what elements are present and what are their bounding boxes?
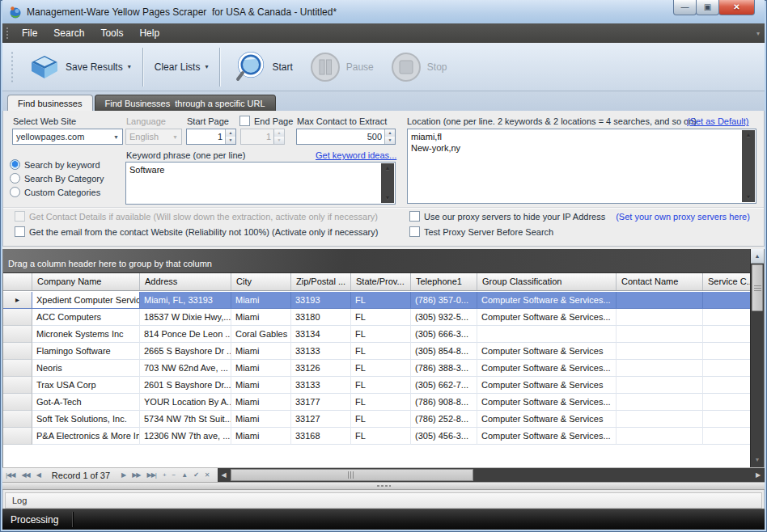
cell-zip[interactable]: 33134 (291, 326, 351, 343)
cell-company-name[interactable]: Flamingo Software (32, 343, 140, 360)
cell-address[interactable]: YOUR Location By A... (140, 394, 231, 411)
spin-up-icon[interactable]: ▲ (385, 129, 395, 137)
cell-service[interactable] (703, 343, 750, 360)
scroll-down-icon[interactable]: ▼ (742, 192, 755, 202)
cell-group[interactable]: Computer Software & Services... (477, 394, 617, 411)
cell-state[interactable]: FL (351, 343, 411, 360)
scrollbar-thumb[interactable] (231, 469, 473, 481)
cell-state[interactable]: FL (351, 309, 411, 326)
start-page-stepper[interactable]: 1 ▲▼ (186, 129, 236, 145)
radio-icon[interactable] (10, 187, 20, 197)
start-button[interactable]: Start (223, 46, 300, 88)
column-header-zip[interactable]: Zip/Postal ... (291, 273, 351, 290)
cell-telephone[interactable]: (786) 357-0... (411, 292, 477, 309)
scroll-up-icon[interactable]: ▲ (751, 249, 764, 264)
location-textarea[interactable]: miami,fl New-york,ny ▲▼ (407, 129, 756, 204)
column-header-state[interactable]: State/Prov... (351, 273, 411, 290)
cell-zip[interactable]: 33193 (291, 292, 351, 309)
cell-service[interactable] (703, 411, 750, 428)
table-row[interactable]: Trax USA Corp 2601 S Bayshore Dr... Miam… (3, 377, 750, 394)
scrollbar-thumb[interactable] (752, 264, 763, 311)
cell-address[interactable]: 2665 S Bayshore Dr ... (140, 343, 231, 360)
cell-city[interactable]: Miami (231, 343, 291, 360)
table-row[interactable]: Micronek Systems Inc 814 Ponce De Leon .… (3, 326, 750, 343)
scroll-down-icon[interactable]: ▼ (751, 454, 764, 467)
table-row[interactable]: P&A Electronics & More Inc 12306 NW 7th … (3, 428, 750, 445)
cell-service[interactable] (703, 326, 750, 343)
cell-city[interactable]: Miami (231, 292, 291, 309)
table-row[interactable]: Soft Tek Solutions, Inc. 5734 NW 7th St … (3, 411, 750, 428)
cell-group[interactable]: Computer Software & Services (477, 343, 617, 360)
cell-state[interactable]: FL (351, 377, 411, 394)
cell-address[interactable]: 2601 S Bayshore Dr... (140, 377, 231, 394)
cell-company-name[interactable]: P&A Electronics & More Inc (32, 428, 140, 445)
keyword-scrollbar[interactable]: ▲▼ (381, 163, 394, 203)
set-as-default-link[interactable]: (Set as Default) (687, 116, 748, 126)
cell-city[interactable]: Miami (231, 360, 291, 377)
cell-telephone[interactable]: (305) 456-3... (411, 428, 477, 445)
cell-service[interactable] (703, 394, 750, 411)
cell-city[interactable]: Miami (231, 377, 291, 394)
cell-contact[interactable] (617, 428, 703, 445)
cell-group[interactable]: Computer Software & Services (477, 411, 617, 428)
cell-city[interactable]: Miami (231, 309, 291, 326)
cell-state[interactable]: FL (351, 428, 411, 445)
cell-zip[interactable]: 33168 (291, 428, 351, 445)
cell-zip[interactable]: 33177 (291, 394, 351, 411)
stop-button[interactable]: Stop (382, 48, 456, 87)
cell-company-name[interactable]: Trax USA Corp (32, 377, 140, 394)
panel-splitter[interactable] (2, 482, 765, 490)
cell-state[interactable]: FL (351, 326, 411, 343)
cell-contact[interactable] (617, 326, 703, 343)
cell-city[interactable]: Coral Gables (231, 326, 291, 343)
menu-overflow-icon[interactable]: ▾ (756, 30, 760, 37)
use-proxy-checkbox[interactable]: Use our proxy servers to hide your IP Ad… (409, 211, 750, 222)
checkbox-box[interactable] (409, 226, 420, 237)
cell-address[interactable]: 703 NW 62nd Ave, ... (140, 360, 231, 377)
cell-telephone[interactable]: (786) 252-8... (411, 411, 477, 428)
cell-telephone[interactable]: (305) 662-7... (411, 377, 477, 394)
spin-down-icon[interactable]: ▼ (226, 137, 235, 144)
tab-find-businesses[interactable]: Find businesses (7, 95, 93, 111)
nav-commit-button[interactable]: ✔ (190, 471, 201, 479)
cell-zip[interactable]: 33180 (291, 309, 351, 326)
nav-prev-button[interactable]: ◀ (33, 471, 44, 479)
column-header-address[interactable]: Address (140, 273, 231, 290)
test-proxy-checkbox[interactable]: Test Proxy Server Before Search (409, 226, 553, 237)
grid-vertical-scrollbar[interactable]: ▲ ▼ (750, 249, 764, 467)
title-bar[interactable]: Management-Ware Yellow Pages Scraper for… (2, 0, 765, 23)
web-site-select[interactable]: yellowpages.com▼ (12, 129, 123, 145)
cell-contact[interactable] (617, 343, 703, 360)
keyword-textarea[interactable]: Software ▲▼ (125, 162, 396, 205)
menu-tools[interactable]: Tools (92, 23, 131, 43)
cell-telephone[interactable]: (305) 854-8... (411, 343, 477, 360)
cell-contact[interactable] (617, 309, 703, 326)
cell-zip[interactable]: 33127 (291, 411, 351, 428)
checkbox-box[interactable] (409, 211, 420, 222)
cell-company-name[interactable]: Micronek Systems Inc (32, 326, 140, 343)
scroll-left-icon[interactable]: ◀ (218, 468, 231, 482)
menu-help[interactable]: Help (131, 23, 167, 43)
close-button[interactable]: ✕ (718, 0, 755, 15)
column-header-telephone[interactable]: Telephone1 (411, 273, 477, 290)
cell-telephone[interactable]: (305) 666-3... (411, 326, 477, 343)
radio-icon[interactable] (10, 159, 20, 170)
nav-last-button[interactable]: ▶▶| (143, 471, 159, 479)
cell-state[interactable]: FL (351, 411, 411, 428)
nav-delete-button[interactable]: − (169, 471, 179, 479)
cell-service[interactable] (703, 309, 750, 326)
cell-zip[interactable]: 33126 (291, 360, 351, 377)
cell-state[interactable]: FL (351, 394, 411, 411)
cell-service[interactable] (703, 360, 750, 377)
table-row[interactable]: Neoris 703 NW 62nd Ave, ... Miami 33126 … (3, 360, 750, 377)
cell-group[interactable]: Computer Software & Services (477, 377, 617, 394)
max-contact-stepper[interactable]: 500 ▲▼ (296, 129, 396, 145)
minimize-button[interactable]: — (673, 0, 697, 15)
menu-search[interactable]: Search (45, 23, 92, 43)
radio-icon[interactable] (10, 173, 20, 184)
cell-address[interactable]: 5734 NW 7th St Suit... (140, 411, 231, 428)
cell-contact[interactable] (617, 377, 703, 394)
cell-city[interactable]: Miami (231, 428, 291, 445)
cell-contact[interactable] (617, 394, 703, 411)
scroll-up-icon[interactable]: ▲ (742, 130, 755, 140)
